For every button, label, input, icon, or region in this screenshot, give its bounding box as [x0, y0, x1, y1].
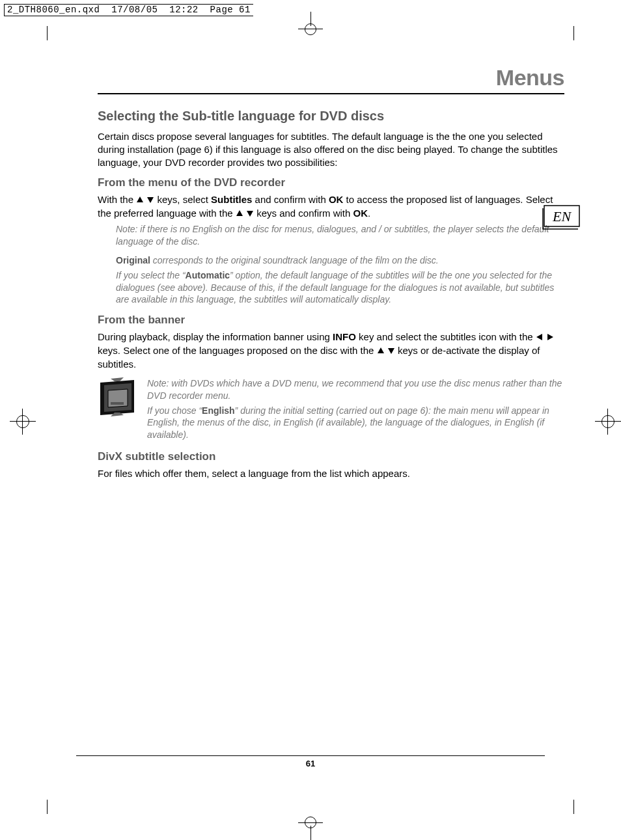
section-title-from-menu: From the menu of the DVD recorder — [98, 176, 564, 189]
section-title-from-banner: From the banner — [98, 314, 564, 327]
note-text: Note: with DVDs which have a DVD menu, w… — [147, 377, 564, 402]
note-text: Note: if there is no English on the disc… — [116, 223, 564, 248]
chapter-title: Menus — [98, 65, 564, 94]
svg-marker-4 — [536, 334, 542, 340]
svg-marker-12 — [111, 377, 124, 381]
registration-mark-left — [10, 409, 36, 435]
section-title-divx: DivX subtitle selection — [98, 450, 564, 463]
down-triangle-icon — [387, 345, 395, 358]
up-triangle-icon — [236, 208, 243, 221]
prepress-date: 17/08/05 — [111, 5, 158, 15]
svg-marker-3 — [247, 211, 253, 217]
svg-marker-0 — [137, 196, 143, 202]
body-text: With the keys, select Subtitles and conf… — [98, 193, 564, 221]
subtitle-screen-icon — [98, 375, 137, 419]
up-triangle-icon — [377, 345, 385, 358]
down-triangle-icon — [246, 208, 254, 221]
page-number: 61 — [76, 755, 545, 768]
page-frame: Menus Selecting the Sub-title language f… — [47, 26, 574, 814]
prepress-time: 12:22 — [169, 5, 199, 15]
note-text: If you select the “Automatic” option, th… — [116, 269, 564, 306]
left-triangle-icon — [536, 331, 544, 344]
svg-marker-6 — [378, 347, 384, 353]
svg-rect-11 — [111, 402, 124, 405]
section-title-subtitle-lang: Selecting the Sub-title language for DVD… — [98, 109, 564, 124]
down-triangle-icon — [146, 194, 154, 207]
note-text: Original corresponds to the original sou… — [116, 254, 564, 267]
prepress-page: Page 61 — [210, 5, 251, 15]
svg-marker-1 — [147, 197, 154, 203]
crop-mark-bottom — [298, 814, 324, 840]
up-triangle-icon — [136, 194, 144, 207]
note-text: If you chose “English” during the initia… — [147, 405, 564, 442]
body-text: Certain discs propose several languages … — [98, 130, 564, 169]
svg-marker-7 — [388, 348, 394, 354]
content-area: Menus Selecting the Sub-title language f… — [98, 65, 564, 483]
body-text: For files which offer them, select a lan… — [98, 467, 564, 480]
prepress-header: 2_DTH8060_en.qxd 17/08/05 12:22 Page 61 — [0, 0, 621, 18]
svg-marker-2 — [236, 210, 243, 216]
body-text: During playback, display the information… — [98, 331, 564, 370]
right-triangle-icon — [546, 331, 554, 344]
prepress-filename: 2_DTH8060_en.qxd — [7, 5, 100, 15]
svg-marker-5 — [547, 334, 553, 340]
registration-mark-right — [595, 409, 621, 435]
